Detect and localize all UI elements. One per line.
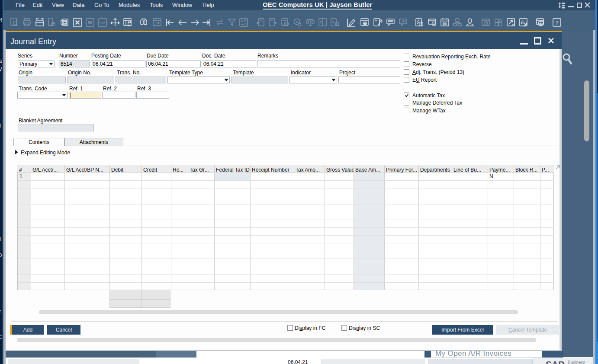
svg-text:$: $ [332,21,334,24]
svg-text:PDF: PDF [100,21,106,24]
svg-text:W: W [88,20,92,25]
svg-text:Z: Z [244,23,247,26]
svg-text:$: $ [286,22,287,26]
svg-text:$: $ [296,20,298,24]
svg-text:$: $ [320,21,322,24]
svg-text:A: A [241,19,243,22]
svg-text:?: ? [555,19,558,26]
svg-text:$: $ [512,23,514,27]
